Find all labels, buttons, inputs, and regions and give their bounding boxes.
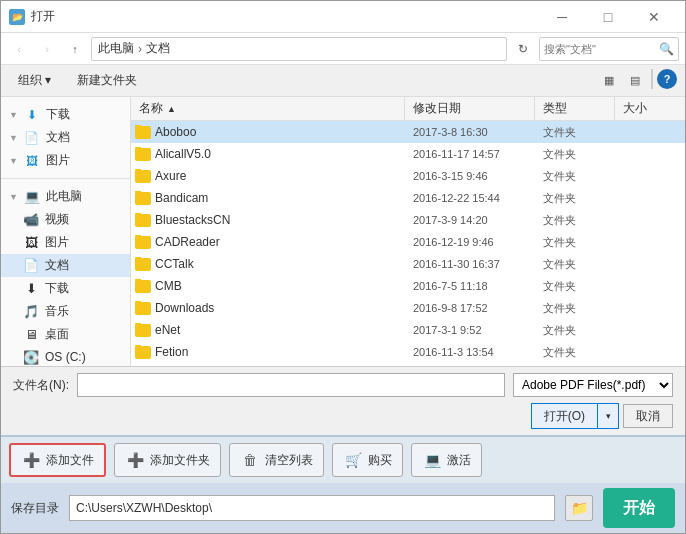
table-row[interactable]: Downloads2016-9-8 17:52文件夹: [131, 297, 685, 319]
table-row[interactable]: Axure2016-3-15 9:46文件夹: [131, 165, 685, 187]
sidebar-item-video[interactable]: 📹 视频: [1, 208, 130, 231]
minimize-button[interactable]: ─: [539, 1, 585, 33]
grid-view-button[interactable]: ▦: [597, 69, 621, 93]
save-path-input[interactable]: [69, 495, 555, 521]
custom-toolbar: ➕ 添加文件 ➕ 添加文件夹 🗑 清空列表 🛒 购买 💻 激活: [1, 435, 685, 483]
table-row[interactable]: eNet2017-3-1 9:52文件夹: [131, 319, 685, 341]
file-date: 2016-11-3 13:54: [405, 346, 535, 358]
sidebar-item-downloads[interactable]: ⬇ 下载: [1, 277, 130, 300]
folder-icon: [135, 324, 151, 337]
sidebar-item-documents[interactable]: 📄 文档: [1, 254, 130, 277]
sidebar-item-label: 下载: [45, 280, 69, 297]
search-bar[interactable]: 🔍: [539, 37, 679, 61]
sidebar-item-desktop[interactable]: 🖥 桌面: [1, 323, 130, 346]
file-type: 文件夹: [535, 323, 615, 338]
sidebar-item-os-c[interactable]: 💽 OS (C:): [1, 346, 130, 366]
filename-label: 文件名(N):: [13, 377, 69, 394]
table-row[interactable]: CMB2016-7-5 11:18文件夹: [131, 275, 685, 297]
file-type: 文件夹: [535, 235, 615, 250]
file-name: Bandicam: [155, 191, 208, 205]
add-folder-label: 添加文件夹: [150, 452, 210, 469]
new-folder-button[interactable]: 新建文件夹: [68, 69, 146, 93]
table-row[interactable]: CADReader2016-12-19 9:46文件夹: [131, 231, 685, 253]
filename-input[interactable]: [77, 373, 505, 397]
buy-button[interactable]: 🛒 购买: [332, 443, 403, 477]
close-button[interactable]: ✕: [631, 1, 677, 33]
start-button[interactable]: 开始: [603, 488, 675, 528]
clear-list-button[interactable]: 🗑 清空列表: [229, 443, 324, 477]
sidebar-item-this-pc[interactable]: ▼ 💻 此电脑: [1, 185, 130, 208]
file-name-cell: Aboboo: [131, 125, 405, 139]
clear-icon: 🗑: [240, 450, 260, 470]
file-type: 文件夹: [535, 345, 615, 360]
open-button[interactable]: 打开(O): [532, 404, 598, 428]
add-file-label: 添加文件: [46, 452, 94, 469]
folder-icon: [135, 214, 151, 227]
help-button[interactable]: ?: [657, 69, 677, 89]
expand-arrow-icon: ▼: [9, 156, 18, 166]
breadcrumb-current: 文档: [146, 40, 170, 57]
sidebar-item-documents-quick[interactable]: ▼ 📄 文档: [1, 126, 130, 149]
add-file-button[interactable]: ➕ 添加文件: [9, 443, 106, 477]
sidebar-item-downloads-quick[interactable]: ▼ ⬇ 下载: [1, 103, 130, 126]
file-name-cell: AlicallV5.0: [131, 147, 405, 161]
table-row[interactable]: BluestacksCN2017-3-9 14:20文件夹: [131, 209, 685, 231]
maximize-button[interactable]: □: [585, 1, 631, 33]
file-name-cell: Axure: [131, 169, 405, 183]
sidebar-item-label: 桌面: [45, 326, 69, 343]
document-icon: 📄: [24, 130, 40, 146]
up-button[interactable]: ↑: [63, 37, 87, 61]
buy-label: 购买: [368, 452, 392, 469]
drive-icon: 💽: [23, 349, 39, 365]
file-name: CADReader: [155, 235, 220, 249]
download-icon: ⬇: [24, 107, 40, 123]
clear-list-label: 清空列表: [265, 452, 313, 469]
picture-icon: 🖼: [24, 153, 40, 169]
sidebar-item-label: 图片: [45, 234, 69, 251]
expand-arrow-icon: ▼: [9, 133, 18, 143]
file-date: 2016-11-30 16:37: [405, 258, 535, 270]
bottom-area: 文件名(N): Adobe PDF Files(*.pdf) 打开(O) ▾ 取…: [1, 366, 685, 533]
col-header-type[interactable]: 类型: [535, 97, 615, 120]
file-name-cell: Bandicam: [131, 191, 405, 205]
browse-folder-button[interactable]: 📁: [565, 495, 593, 521]
sidebar-item-label: 文档: [46, 129, 70, 146]
sidebar-item-pictures-quick[interactable]: ▼ 🖼 图片: [1, 149, 130, 172]
search-input[interactable]: [544, 43, 655, 55]
file-name: BluestacksCN: [155, 213, 230, 227]
table-row[interactable]: Fetion2016-11-3 13:54文件夹: [131, 341, 685, 363]
video-icon: 📹: [23, 212, 39, 228]
sidebar-quick-access: ▼ ⬇ 下载 ▼ 📄 文档 ▼ 🖼 图片: [1, 101, 130, 174]
organize-button[interactable]: 组织 ▾: [9, 69, 60, 93]
breadcrumb[interactable]: 此电脑 › 文档: [91, 37, 507, 61]
save-row: 保存目录 📁 开始: [1, 483, 685, 533]
add-folder-button[interactable]: ➕ 添加文件夹: [114, 443, 221, 477]
back-button[interactable]: ‹: [7, 37, 31, 61]
filetype-select[interactable]: Adobe PDF Files(*.pdf): [513, 373, 673, 397]
save-label: 保存目录: [11, 500, 59, 517]
file-name: CCTalk: [155, 257, 194, 271]
folder-icon: [135, 236, 151, 249]
cancel-button[interactable]: 取消: [623, 404, 673, 428]
table-row[interactable]: Bandicam2016-12-22 15:44文件夹: [131, 187, 685, 209]
col-header-date[interactable]: 修改日期: [405, 97, 535, 120]
table-row[interactable]: Aboboo2017-3-8 16:30文件夹: [131, 121, 685, 143]
refresh-button[interactable]: ↻: [511, 37, 535, 61]
file-type: 文件夹: [535, 169, 615, 184]
sidebar-item-pictures[interactable]: 🖼 图片: [1, 231, 130, 254]
file-type: 文件夹: [535, 125, 615, 140]
view-buttons: ▦ ▤ ?: [597, 69, 677, 93]
sidebar-item-music[interactable]: 🎵 音乐: [1, 300, 130, 323]
activate-button[interactable]: 💻 激活: [411, 443, 482, 477]
title-bar-left: 📂 打开: [9, 8, 55, 25]
col-header-name[interactable]: 名称 ▲: [131, 97, 405, 120]
table-row[interactable]: CCTalk2016-11-30 16:37文件夹: [131, 253, 685, 275]
forward-button[interactable]: ›: [35, 37, 59, 61]
open-dropdown-button[interactable]: ▾: [598, 404, 618, 428]
details-view-button[interactable]: ▤: [623, 69, 647, 93]
toolbar: 组织 ▾ 新建文件夹 ▦ ▤ ?: [1, 65, 685, 97]
col-header-size[interactable]: 大小: [615, 97, 685, 120]
app-icon: 📂: [9, 9, 25, 25]
file-open-dialog: 📂 打开 ─ □ ✕ ‹ › ↑ 此电脑 › 文档 ↻ 🔍 组织 ▾ 新建文件夹…: [0, 0, 686, 534]
table-row[interactable]: AlicallV5.02016-11-17 14:57文件夹: [131, 143, 685, 165]
